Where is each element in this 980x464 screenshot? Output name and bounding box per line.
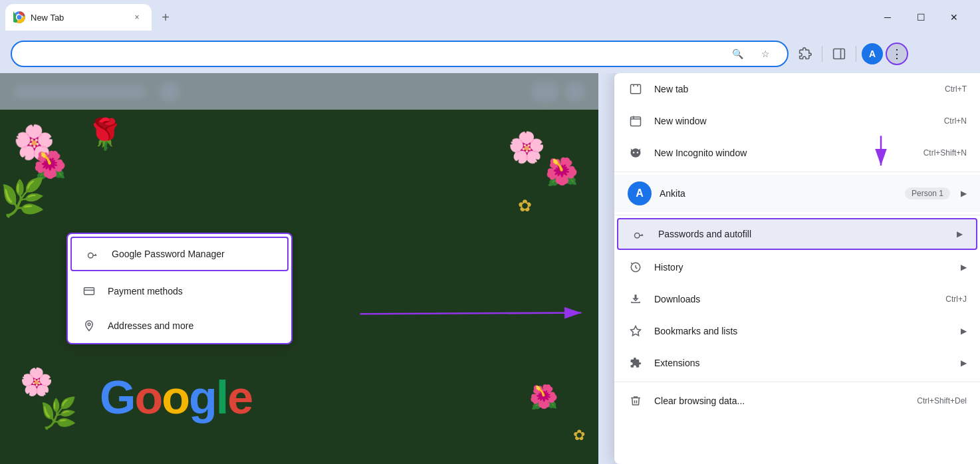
flower-3: 🌹 <box>86 116 124 152</box>
flower-5: 🌺 <box>545 156 578 187</box>
address-pin-icon <box>81 318 97 334</box>
trash-icon <box>628 393 644 409</box>
menu-item-passwords[interactable]: Passwords and autofill ▶ <box>617 218 977 250</box>
maximize-button[interactable]: ☐ <box>906 6 936 29</box>
addresses-label: Addresses and more <box>108 320 193 331</box>
svg-rect-5 <box>631 84 641 94</box>
google-l: l <box>216 371 227 424</box>
svg-rect-13 <box>84 288 94 295</box>
new-window-shortcut: Ctrl+N <box>944 116 967 126</box>
clear-data-label: Clear browsing data... <box>654 396 917 406</box>
passwords-submenu: Google Password Manager Payment methods … <box>66 233 293 344</box>
tab-close-button[interactable]: × <box>130 11 144 24</box>
menu-item-bookmarks[interactable]: Bookmarks and lists ▶ <box>614 315 980 347</box>
svg-point-9 <box>635 233 640 239</box>
submenu-item-addresses[interactable]: Addresses and more <box>68 308 291 343</box>
new-window-label: New window <box>654 116 944 126</box>
history-label: History <box>654 262 955 273</box>
leaf-1: 🌿 <box>0 176 46 219</box>
google-logo: G o o g l e <box>100 371 252 424</box>
key-icon <box>632 226 648 242</box>
tab-area: New Tab × + <box>5 4 872 31</box>
svg-point-12 <box>88 253 94 259</box>
incognito-icon <box>628 145 644 161</box>
menu-item-extensions[interactable]: Extensions ▶ <box>614 347 980 379</box>
google-o1: o <box>134 371 162 424</box>
new-tab-icon <box>628 81 644 97</box>
close-button[interactable]: ✕ <box>939 6 969 29</box>
blurred-dot-1 <box>160 82 180 102</box>
payment-label: Payment methods <box>108 286 183 296</box>
incognito-shortcut: Ctrl+Shift+N <box>923 148 967 158</box>
profile-avatar-button[interactable]: A <box>862 43 883 64</box>
svg-rect-6 <box>631 117 641 126</box>
svg-point-15 <box>88 323 90 326</box>
submenu-item-password-manager[interactable]: Google Password Manager <box>70 237 289 271</box>
svg-marker-11 <box>631 326 641 336</box>
new-tab-button[interactable]: + <box>154 6 177 29</box>
new-tab-label: New tab <box>654 84 945 94</box>
profile-arrow: ▶ <box>961 189 967 198</box>
toolbar: 🔍 ☆ A ⋮ <box>0 35 980 73</box>
downloads-label: Downloads <box>654 294 945 304</box>
minimize-button[interactable]: ─ <box>872 6 903 29</box>
clear-data-shortcut: Ctrl+Shift+Del <box>917 396 967 406</box>
toolbar-divider2 <box>856 46 856 62</box>
menu-item-history[interactable]: History ▶ <box>614 251 980 283</box>
svg-rect-3 <box>834 49 845 59</box>
password-manager-label: Google Password Manager <box>112 249 225 259</box>
menu-divider-3 <box>614 382 980 382</box>
extensions-icon[interactable] <box>794 43 816 65</box>
search-icon[interactable]: 🔍 <box>726 43 749 65</box>
profile-section[interactable]: A Ankita Person 1 ▶ <box>614 175 980 212</box>
history-arrow: ▶ <box>961 263 967 272</box>
flower-6: ✿ <box>518 196 532 215</box>
submenu-item-payment[interactable]: Payment methods <box>68 274 291 308</box>
bookmarks-label: Bookmarks and lists <box>654 326 955 336</box>
flower-8: 🌺 <box>529 384 558 411</box>
profile-avatar: A <box>628 181 652 205</box>
browser-content: 🌸 🌺 🌹 🌿 🌸 🌺 ✿ 🌸 🌿 🌺 ✿ G o o g l e <box>0 73 980 464</box>
profile-badge: Person 1 <box>905 187 950 199</box>
menu-item-incognito[interactable]: New Incognito window Ctrl+Shift+N <box>614 137 980 169</box>
blurred-bar-1 <box>13 85 146 98</box>
download-icon <box>628 291 644 307</box>
bookmark-icon[interactable]: ☆ <box>754 43 777 65</box>
passwords-arrow: ▶ <box>957 229 963 239</box>
bookmarks-arrow: ▶ <box>961 326 967 336</box>
new-tab-shortcut: Ctrl+T <box>945 84 967 94</box>
new-window-icon <box>628 113 644 129</box>
google-g: G <box>100 371 134 424</box>
active-tab[interactable]: New Tab × <box>5 4 152 31</box>
sidebar-icon[interactable] <box>828 43 850 65</box>
profile-name: Ankita <box>660 188 905 199</box>
google-g2: g <box>189 371 216 424</box>
blurred-btn-1 <box>532 82 558 102</box>
chrome-menu: New tab Ctrl+T New window Ctrl+N <box>614 73 980 464</box>
history-icon <box>628 259 644 275</box>
bookmark-star-icon <box>628 323 644 339</box>
flower-4: 🌸 <box>508 130 545 165</box>
tab-favicon <box>13 11 25 23</box>
flower-7: 🌸 <box>20 366 53 398</box>
menu-divider-1 <box>614 172 980 172</box>
svg-point-7 <box>633 152 635 154</box>
menu-item-new-window[interactable]: New window Ctrl+N <box>614 105 980 137</box>
window-controls: ─ ☐ ✕ <box>872 6 975 29</box>
menu-item-new-tab[interactable]: New tab Ctrl+T <box>614 73 980 105</box>
blurred-dot-2 <box>565 82 585 102</box>
address-bar[interactable]: 🔍 ☆ <box>11 41 789 67</box>
downloads-shortcut: Ctrl+J <box>945 294 967 304</box>
toolbar-icons: A ⋮ <box>794 43 908 65</box>
menu-item-downloads[interactable]: Downloads Ctrl+J <box>614 283 980 315</box>
leaf-2: 🌿 <box>40 396 77 431</box>
toolbar-divider <box>822 46 822 62</box>
passwords-label: Passwords and autofill <box>658 229 951 239</box>
menu-button[interactable]: ⋮ <box>886 43 908 65</box>
extension-icon <box>628 355 644 371</box>
svg-point-8 <box>637 152 639 154</box>
tab-title: New Tab <box>31 13 125 23</box>
menu-item-clear-data[interactable]: Clear browsing data... Ctrl+Shift+Del <box>614 385 980 417</box>
flower-9: ✿ <box>573 427 585 444</box>
menu-divider-2 <box>614 215 980 215</box>
